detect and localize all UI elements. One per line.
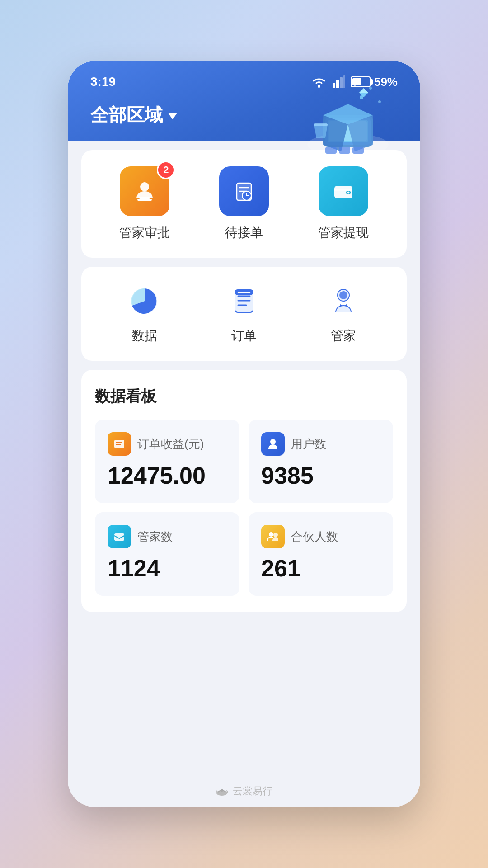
user-count-icon [261,432,285,456]
region-label: 全部区域 [90,103,163,127]
menu-item-steward[interactable]: 管家 [325,283,361,344]
pending-label: 待接单 [225,224,263,241]
action-item-pending[interactable]: 待接单 [219,166,269,241]
svg-rect-54 [114,533,124,541]
chevron-down-icon [168,113,177,119]
svg-point-46 [339,291,347,299]
svg-rect-18 [339,147,350,154]
order-revenue-label: 订单收益(元) [137,436,204,452]
orders-icon [226,283,262,319]
orders-label: 订单 [231,327,257,344]
header-area: 全部区域 [68,94,420,141]
stat-header-user-count: 用户数 [261,432,380,456]
svg-rect-34 [334,189,352,191]
approval-label: 管家审批 [119,224,170,241]
main-content: 2 管家审批 [68,141,420,775]
region-selector[interactable]: 全部区域 [90,103,177,127]
approval-icon [132,179,157,204]
order-revenue-value: 12475.00 [108,463,227,489]
svg-rect-25 [137,199,152,201]
stat-header-partner-count: 合伙人数 [261,525,380,548]
withdraw-icon [331,179,356,204]
action-item-approval[interactable]: 2 管家审批 [119,166,170,241]
steward-label: 管家 [331,327,356,344]
data-icon [127,283,163,319]
svg-point-15 [354,85,356,87]
svg-point-14 [369,87,372,90]
approval-badge: 2 [157,161,175,179]
user-count-value: 9385 [261,463,380,489]
pending-icon-wrap [219,166,269,216]
hero-illustration [289,70,407,160]
order-revenue-icon [108,432,131,456]
secondary-menu-card: 数据 [81,267,407,361]
footer-logo-icon [216,786,228,797]
steward-count-value: 1124 [108,556,227,581]
withdraw-label: 管家提现 [318,224,369,241]
svg-marker-21 [359,88,368,93]
stat-header-order-revenue: 订单收益(元) [108,432,227,456]
stats-grid: 订单收益(元) 12475.00 用户数 [95,420,393,596]
footer: 云裳易行 [68,775,420,807]
steward-count-label: 管家数 [137,529,173,545]
withdraw-icon-wrap [319,166,368,216]
svg-point-53 [270,439,276,444]
partner-count-icon [261,525,285,548]
svg-rect-24 [139,197,150,199]
menu-item-orders[interactable]: 订单 [226,283,262,344]
svg-rect-50 [114,440,124,448]
svg-point-16 [378,100,381,103]
footer-text: 云裳易行 [233,784,272,798]
approval-icon-wrap: 2 [120,166,169,216]
footer-logo: 云裳易行 [77,784,411,798]
pending-icon [231,179,257,204]
stat-card-partner-count[interactable]: 合伙人数 261 [249,512,393,596]
svg-point-36 [347,192,349,194]
menu-item-data[interactable]: 数据 [127,283,163,344]
partner-count-value: 261 [261,556,380,581]
stat-card-user-count[interactable]: 用户数 9385 [249,420,393,503]
svg-rect-19 [352,147,364,154]
stat-header-steward-count: 管家数 [108,525,227,548]
action-item-withdraw[interactable]: 管家提现 [318,166,369,241]
svg-point-23 [140,182,149,191]
quick-actions-card: 2 管家审批 [81,150,407,258]
svg-point-55 [269,532,273,537]
steward-count-icon [108,525,131,548]
dashboard-card: 数据看板 订单收益(元) 12475.00 [81,370,407,612]
svg-point-58 [221,789,223,792]
secondary-menu-row: 数据 [95,283,393,344]
stat-card-order-revenue[interactable]: 订单收益(元) 12475.00 [95,420,239,503]
data-label: 数据 [132,327,157,344]
svg-rect-17 [325,147,337,154]
svg-point-56 [273,533,278,537]
stat-card-steward-count[interactable]: 管家数 1124 [95,512,239,596]
partner-count-label: 合伙人数 [291,529,338,545]
quick-actions-row: 2 管家审批 [95,166,393,241]
time-display: 3:19 [90,75,116,89]
dashboard-title: 数据看板 [95,386,393,407]
user-count-label: 用户数 [291,436,326,452]
steward-icon [325,283,361,319]
svg-rect-22 [314,123,328,126]
